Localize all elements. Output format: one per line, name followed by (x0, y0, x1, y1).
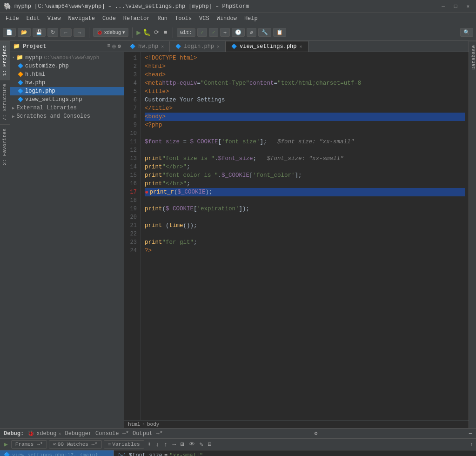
tab-close-button[interactable]: ✕ (161, 44, 164, 49)
save-button[interactable]: 💾 (33, 28, 46, 37)
tab-close-button[interactable]: ✕ (217, 44, 220, 49)
file-label: customize.php (25, 63, 69, 69)
variables-label: Variables (112, 442, 140, 447)
console-tab[interactable]: Console →* (95, 430, 129, 437)
frames-section[interactable]: Frames →* (11, 440, 47, 449)
tab-hw-php[interactable]: 🔷 hw.php ✕ (124, 41, 170, 52)
code-content[interactable]: <!DOCTYPE html> <html> <head> <meta http… (141, 52, 469, 420)
minimize-button[interactable]: — (439, 3, 448, 10)
forward-button[interactable]: → (74, 28, 85, 37)
file-label: view_settings.php (25, 96, 82, 103)
structure-tab[interactable]: 7: Structure (0, 80, 10, 124)
project-icon-buttons: ≡ ◎ ⚙ (107, 43, 121, 50)
debug-button[interactable]: 🐛 (143, 28, 151, 36)
menu-help[interactable]: Help (241, 14, 261, 23)
frame-icon: 🔷 (4, 452, 10, 456)
menu-tools[interactable]: Tools (171, 14, 195, 23)
git-extra-button[interactable]: 📋 (273, 28, 286, 37)
external-libraries-label: External Libraries (16, 105, 77, 111)
external-libraries[interactable]: ▶ External Libraries (10, 104, 124, 112)
var-type-icon: [w] (118, 453, 126, 456)
output-tab[interactable]: Output →* (133, 430, 163, 437)
debugger-tab[interactable]: Debugger (65, 430, 92, 437)
tab-login-php[interactable]: 🔷 login.php ✕ (170, 41, 226, 52)
git-check-button[interactable]: ✓ (197, 28, 207, 37)
debug-variables-panel: [w] $font_size = "xx-small" ▾ [w] $_COOK… (114, 450, 476, 456)
stop-button[interactable]: ■ (162, 28, 169, 37)
file-h-html[interactable]: 🔶 h.html (10, 70, 124, 79)
git-branch-button[interactable]: ⇒ (220, 28, 230, 37)
breadcrumb-body[interactable]: body (147, 422, 159, 427)
project-root[interactable]: ▾ 📁 myphp C:\wamp64\www\myph (10, 53, 124, 62)
menu-view[interactable]: View (44, 14, 65, 23)
project-tree: ▾ 📁 myphp C:\wamp64\www\myph 🔷 customize… (10, 52, 124, 428)
menu-edit[interactable]: Edit (23, 14, 44, 23)
tab-view-settings-php[interactable]: 🔷 view_settings.php ✕ (226, 41, 308, 52)
project-settings-button[interactable]: ⚙ (118, 43, 121, 50)
frame-item[interactable]: 🔷 view_settings.php:17, {main} (0, 450, 114, 456)
step-over-button[interactable]: ⬇ (146, 440, 153, 449)
menu-navigate[interactable]: Navigate (64, 14, 99, 23)
tab-close-button[interactable]: ✕ (300, 44, 302, 49)
resume-button[interactable]: ▶ (3, 440, 9, 449)
editor-tabs-bar: 🔷 hw.php ✕ 🔷 login.php ✕ 🔷 view_settings… (124, 41, 469, 52)
debug-settings-button[interactable]: ⚙ (314, 430, 317, 437)
debug-minimize-button[interactable]: — (469, 430, 472, 437)
step-out-button[interactable]: ↑ (162, 440, 169, 449)
run-button[interactable]: ▶ (136, 28, 141, 37)
variables-section[interactable]: ≡ Variables (104, 440, 144, 449)
close-debug-session-button[interactable]: ✕ (58, 431, 61, 436)
menu-window[interactable]: Window (213, 14, 241, 23)
evaluate-button[interactable]: ⊞ (179, 440, 186, 449)
git-undo-button[interactable]: ↺ (247, 28, 256, 37)
new-file-button[interactable]: 📄 (3, 28, 16, 37)
menu-file[interactable]: File (2, 14, 23, 23)
git-clock-button[interactable]: 🕐 (232, 28, 245, 37)
project-tab[interactable]: 1: Project (0, 41, 10, 80)
scratches-consoles[interactable]: ▶ Scratches and Consoles (10, 112, 124, 121)
var-font-size: [w] $font_size = "xx-small" (114, 451, 476, 456)
project-root-path: C:\wamp64\www\myph (44, 55, 99, 60)
step-into-button[interactable]: ↓ (154, 440, 161, 449)
locate-file-button[interactable]: ◎ (113, 43, 116, 50)
edit-watch-button[interactable]: ✎ (198, 440, 205, 449)
git-settings-button[interactable]: 🔧 (258, 28, 271, 37)
file-login-php[interactable]: 🔷 login.php (10, 87, 124, 95)
database-tab[interactable]: Database (469, 41, 476, 74)
collapse-all-button[interactable]: ≡ (107, 43, 110, 50)
watches-section[interactable]: ∞ 00 Watches →* (49, 440, 101, 449)
project-header: 📁 Project ≡ ◎ ⚙ (10, 41, 124, 52)
file-hw-php[interactable]: 🔷 hw.php (10, 79, 124, 87)
xdebug-selector[interactable]: 🐞 xdebug ▾ (93, 28, 128, 37)
refresh-button[interactable]: ↻ (47, 28, 58, 37)
menu-vcs[interactable]: VCS (195, 14, 213, 23)
open-button[interactable]: 📂 (18, 28, 31, 37)
favorites-tab[interactable]: 2: Favorites (0, 124, 10, 169)
run-to-cursor-button[interactable]: → (171, 440, 177, 449)
menu-refactor[interactable]: Refactor (120, 14, 154, 23)
file-view-settings-php[interactable]: 🔷 view_settings.php (10, 95, 124, 104)
code-line-9: <?php (145, 121, 465, 129)
breadcrumb-html[interactable]: html (128, 422, 140, 427)
run-step-button[interactable]: ⟳ (153, 28, 161, 37)
close-button[interactable]: ✕ (463, 2, 472, 10)
code-editor[interactable]: 1234567 891011121314 1516171819 20212223… (124, 52, 469, 420)
code-line-24: ?> (145, 247, 465, 255)
menu-run[interactable]: Run (154, 14, 171, 23)
file-customize-php[interactable]: 🔷 customize.php (10, 62, 124, 70)
app-icon: 🐘 (4, 2, 12, 10)
settings-button[interactable]: ⊟ (207, 440, 213, 449)
git-push-button[interactable]: ✓ (209, 28, 219, 37)
back-button[interactable]: ← (60, 28, 72, 37)
project-title: Project (23, 43, 46, 50)
debug-session-label: 🐞 xdebug ✕ (27, 430, 61, 437)
main-layout: 1: Project 7: Structure 2: Favorites 📁 P… (0, 41, 476, 428)
watch-button[interactable]: 👁 (188, 440, 196, 449)
php-file-icon: 🔷 (18, 88, 23, 94)
menu-code[interactable]: Code (99, 14, 120, 23)
maximize-button[interactable]: □ (451, 3, 460, 10)
scroll-to-top-button[interactable]: ↑ (470, 442, 473, 447)
code-line-14: print "</br>"; (145, 163, 465, 171)
line-numbers: 1234567 891011121314 1516171819 20212223… (124, 52, 141, 420)
search-everywhere-button[interactable]: 🔍 (460, 28, 473, 37)
